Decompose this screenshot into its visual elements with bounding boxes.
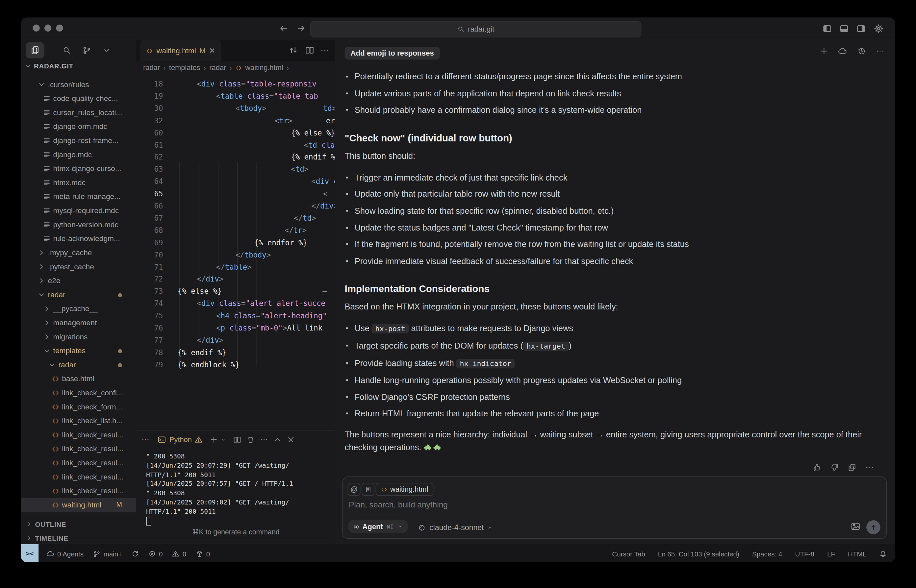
gear-icon[interactable] bbox=[874, 24, 883, 33]
terminal-tabs-more-icon[interactable] bbox=[141, 436, 150, 444]
suggestion-pill[interactable]: Add emoji to responses bbox=[345, 47, 440, 60]
code-text: </tr> bbox=[285, 224, 307, 236]
toggle-right-panel-icon[interactable] bbox=[856, 24, 866, 33]
tree-item-cursor-rules-locati-[interactable]: cursor_rules_locati... bbox=[21, 105, 136, 120]
context-chip-waiting-html[interactable]: waiting.html bbox=[376, 483, 434, 496]
terminal-more-icon[interactable] bbox=[260, 436, 269, 444]
tree-item--pytest-cache[interactable]: .pytest_cache bbox=[21, 260, 136, 274]
forward-button[interactable] bbox=[296, 23, 306, 33]
status-item-lf[interactable]: LF bbox=[827, 550, 835, 557]
tree-item-rule-acknowledgm-[interactable]: rule-acknowledgm... bbox=[21, 232, 136, 246]
status-item-cursor-tab[interactable]: Cursor Tab bbox=[612, 550, 645, 557]
status-item-0[interactable]: 0 bbox=[148, 550, 163, 557]
status-item-bell[interactable] bbox=[879, 550, 887, 557]
tree-item-link-check-resul-[interactable]: link_check_resul... bbox=[21, 456, 136, 470]
more-actions-icon[interactable] bbox=[320, 45, 329, 55]
tree-item--mypy-cache[interactable]: .mypy_cache bbox=[21, 246, 136, 260]
status-item-spaces-4[interactable]: Spaces: 4 bbox=[752, 550, 782, 557]
tree-item-link-check-resul-[interactable]: link_check_resul... bbox=[21, 442, 136, 456]
tree-item--cursor-rules[interactable]: .cursor/rules bbox=[21, 78, 136, 92]
breadcrumb[interactable]: radar›templates›radar›waiting.html› bbox=[143, 61, 289, 74]
tree-item-link-check-resul-[interactable]: link_check_resul... bbox=[21, 470, 136, 484]
tree-item-django-mdc[interactable]: django.mdc bbox=[21, 148, 136, 162]
close-tab-icon[interactable]: ✕ bbox=[209, 46, 215, 55]
search-box-text: radar.git bbox=[468, 25, 494, 33]
command-search-box[interactable]: radar.git bbox=[310, 21, 642, 37]
remote-indicator[interactable]: >< bbox=[21, 544, 39, 562]
tree-item-management[interactable]: management bbox=[21, 316, 136, 330]
tree-item-django-rest-frame-[interactable]: django-rest-frame... bbox=[21, 134, 136, 148]
tab-waiting-html[interactable]: waiting.html M ✕ bbox=[140, 40, 221, 61]
tree-item--pycache-[interactable]: __pycache__ bbox=[21, 302, 136, 316]
status-item-main-[interactable]: main+ bbox=[93, 550, 122, 557]
close-panel-icon[interactable] bbox=[287, 436, 295, 444]
tree-item-e2e[interactable]: e2e bbox=[21, 274, 136, 288]
more-views-button[interactable] bbox=[97, 42, 116, 58]
model-selector[interactable]: claude-4-sonnet bbox=[418, 523, 492, 532]
maximize-window-button[interactable] bbox=[56, 25, 63, 32]
split-editor-icon[interactable] bbox=[305, 45, 314, 55]
chat-input-box[interactable]: @ waiting.html Plan, search, build anyth… bbox=[342, 477, 887, 539]
kill-terminal-icon[interactable] bbox=[247, 436, 255, 444]
tree-item-link-check-resul-[interactable]: link_check_resul... bbox=[21, 428, 136, 442]
thumbs-down-icon[interactable] bbox=[830, 463, 839, 472]
tree-item-htmx-django-curso-[interactable]: htmx-django-curso... bbox=[21, 162, 136, 176]
breadcrumb-item[interactable]: templates bbox=[169, 64, 201, 72]
tree-item-radar[interactable]: radar bbox=[21, 288, 136, 302]
source-control-view-button[interactable] bbox=[77, 42, 96, 58]
status-item-ln-65-col-103-9-selected-[interactable]: Ln 65, Col 103 (9 selected) bbox=[658, 550, 739, 557]
tree-item-django-orm-mdc[interactable]: django-orm.mdc bbox=[21, 120, 136, 134]
tree-item-link-check-form-[interactable]: link_check_form... bbox=[21, 400, 136, 414]
new-terminal-icon[interactable] bbox=[210, 436, 218, 444]
tree-item-link-check-confi-[interactable]: link_check_confi... bbox=[21, 386, 136, 400]
tree-item-mysql-required-mdc[interactable]: mysql-required.mdc bbox=[21, 204, 136, 218]
search-view-button[interactable] bbox=[57, 42, 76, 58]
code-editor[interactable]: 18<div class="table-responsiv19<table cl… bbox=[136, 74, 335, 452]
list-item: Provide immediate visual feedback of suc… bbox=[345, 252, 877, 269]
thumbs-up-icon[interactable] bbox=[813, 463, 822, 472]
tree-item-meta-rule-manage-[interactable]: meta-rule-manage... bbox=[21, 190, 136, 204]
compare-changes-icon[interactable] bbox=[288, 45, 298, 55]
status-item-refresh[interactable] bbox=[132, 550, 139, 557]
status-item-html[interactable]: HTML bbox=[848, 550, 866, 557]
tree-item-templates[interactable]: templates bbox=[21, 344, 136, 358]
breadcrumb-item[interactable]: radar bbox=[143, 64, 160, 72]
attach-image-icon[interactable] bbox=[851, 522, 860, 531]
status-item-0[interactable]: 0 bbox=[196, 550, 210, 557]
chat-input-placeholder[interactable]: Plan, search, build anything bbox=[349, 501, 448, 509]
timeline-section-header[interactable]: TIMELINE bbox=[21, 531, 136, 544]
tree-item-htmx-mdc[interactable]: htmx.mdc bbox=[21, 176, 136, 190]
message-more-icon[interactable] bbox=[865, 463, 874, 472]
tree-item-radar[interactable]: radar bbox=[21, 358, 136, 372]
attach-rules-button[interactable] bbox=[362, 483, 374, 496]
split-terminal-icon[interactable] bbox=[233, 436, 241, 444]
copy-message-icon[interactable] bbox=[848, 463, 856, 472]
status-item-utf-8[interactable]: UTF-8 bbox=[795, 550, 814, 557]
terminal-title[interactable]: Python bbox=[170, 436, 192, 444]
terminal-profile-chevron-icon[interactable] bbox=[220, 437, 227, 443]
tree-item-migrations[interactable]: migrations bbox=[21, 330, 136, 344]
tree-item-python-version-mdc[interactable]: python-version.mdc bbox=[21, 218, 136, 232]
agent-mode-selector[interactable]: ∞ Agent ⌘I bbox=[348, 520, 408, 533]
toggle-left-panel-icon[interactable] bbox=[822, 24, 832, 33]
outline-section-header[interactable]: OUTLINE bbox=[21, 517, 136, 531]
status-item-0[interactable]: 0 bbox=[172, 550, 186, 557]
toggle-bottom-panel-icon[interactable] bbox=[839, 24, 848, 33]
mention-button[interactable]: @ bbox=[348, 483, 360, 496]
back-button[interactable] bbox=[279, 23, 288, 33]
close-window-button[interactable] bbox=[32, 25, 39, 32]
tree-item-link-check-list-h-[interactable]: link_check_list.h... bbox=[21, 414, 136, 428]
breadcrumb-item[interactable]: radar bbox=[209, 64, 226, 72]
status-item-0-agents[interactable]: 0 Agents bbox=[47, 550, 84, 557]
project-root-row[interactable]: RADAR.GIT bbox=[25, 59, 73, 73]
send-button[interactable] bbox=[866, 520, 880, 535]
minimize-window-button[interactable] bbox=[44, 25, 51, 32]
terminal-output[interactable]: " 200 5308[14/Jun/2025 20:07:29] "GET /w… bbox=[146, 452, 330, 525]
tree-item-base-html[interactable]: base.html bbox=[21, 372, 136, 386]
tree-item-waiting-html[interactable]: waiting.htmlM bbox=[21, 498, 136, 512]
tree-item-link-check-resul-[interactable]: link_check_resul... bbox=[21, 484, 136, 498]
tree-item-code-quality-chec-[interactable]: code-quality-chec... bbox=[21, 92, 136, 106]
breadcrumb-item[interactable]: waiting.html bbox=[245, 64, 283, 72]
explorer-view-button[interactable] bbox=[26, 42, 44, 58]
maximize-panel-icon[interactable] bbox=[274, 436, 282, 444]
